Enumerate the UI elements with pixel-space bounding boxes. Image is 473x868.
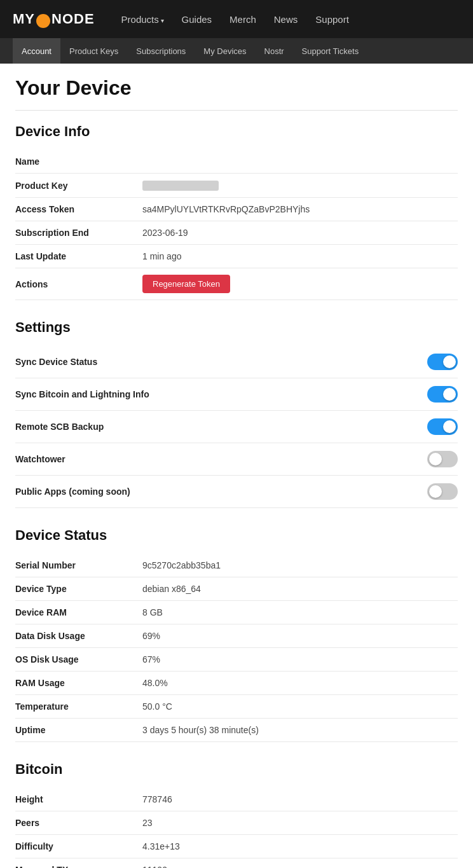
- subnav-nostr[interactable]: Nostr: [256, 38, 293, 64]
- setting-label-watchtower: Watchtower: [15, 443, 376, 476]
- table-row: Remote SCB Backup: [15, 411, 458, 443]
- page-title: Your Device: [15, 76, 458, 100]
- setting-toggle-sync-device: [376, 346, 458, 378]
- table-row: Last Update 1 min ago: [15, 245, 458, 268]
- field-value-serial: 9c5270c2abb35ba1: [142, 554, 458, 577]
- table-row: OS Disk Usage 67%: [15, 648, 458, 672]
- table-row: Peers 23: [15, 811, 458, 835]
- toggle-sync-device-status[interactable]: [427, 354, 458, 370]
- field-label: OS Disk Usage: [15, 648, 142, 672]
- setting-label-sync-bitcoin: Sync Bitcoin and Lightning Info: [15, 378, 376, 411]
- table-row: Public Apps (coming soon): [15, 476, 458, 508]
- setting-toggle-watchtower: [376, 443, 458, 476]
- field-value-last-update: 1 min ago: [142, 245, 458, 268]
- logo[interactable]: MY₿NODE: [13, 11, 95, 28]
- field-value-os-disk: 67%: [142, 648, 458, 672]
- device-info-table: Name Product Key Access Token sa4MPylUYL…: [15, 150, 458, 300]
- device-status-table: Serial Number 9c5270c2abb35ba1 Device Ty…: [15, 554, 458, 742]
- table-row: Temperature 50.0 °C: [15, 695, 458, 719]
- toggle-public-apps[interactable]: [427, 483, 458, 500]
- nav-guides[interactable]: Guides: [174, 9, 220, 30]
- field-value-name: [142, 150, 458, 174]
- table-row: Watchtower: [15, 443, 458, 476]
- field-value-temperature: 50.0 °C: [142, 695, 458, 719]
- table-row: Difficulty 4.31e+13: [15, 835, 458, 858]
- field-label: Last Update: [15, 245, 142, 268]
- product-key-redacted: [142, 181, 219, 191]
- table-row: Device RAM 8 GB: [15, 601, 458, 624]
- field-label: Product Key: [15, 174, 142, 198]
- field-value-actions: Regenerate Token: [142, 268, 458, 300]
- sub-navigation: Account Product Keys Subscriptions My De…: [0, 38, 473, 64]
- table-row: Subscription End 2023-06-19: [15, 221, 458, 245]
- field-label: Difficulty: [15, 835, 142, 858]
- bitcoin-icon: ₿: [36, 14, 50, 28]
- toggle-sync-bitcoin[interactable]: [427, 386, 458, 403]
- field-value-ram-usage: 48.0%: [142, 672, 458, 695]
- field-value-mempool-tx: 11100: [142, 858, 458, 868]
- top-navigation: MY₿NODE Products Guides Merch News Suppo…: [0, 0, 473, 38]
- table-row: Data Disk Usage 69%: [15, 624, 458, 648]
- setting-toggle-public-apps: [376, 476, 458, 508]
- field-value-data-disk: 69%: [142, 624, 458, 648]
- subnav-subscriptions[interactable]: Subscriptions: [127, 38, 195, 64]
- nav-support[interactable]: Support: [308, 9, 357, 30]
- nav-products[interactable]: Products: [114, 9, 172, 30]
- device-info-title: Device Info: [15, 123, 458, 140]
- field-label: Mempool TX: [15, 858, 142, 868]
- table-row: Product Key: [15, 174, 458, 198]
- bitcoin-table: Height 778746 Peers 23 Difficulty 4.31e+…: [15, 788, 458, 868]
- nav-news[interactable]: News: [266, 9, 306, 30]
- subnav-my-devices[interactable]: My Devices: [195, 38, 255, 64]
- field-label: Height: [15, 788, 142, 811]
- setting-toggle-sync-bitcoin: [376, 378, 458, 411]
- table-row: Sync Bitcoin and Lightning Info: [15, 378, 458, 411]
- field-label: Device Type: [15, 577, 142, 601]
- field-label: Uptime: [15, 719, 142, 742]
- regenerate-token-button[interactable]: Regenerate Token: [142, 275, 230, 293]
- field-value-device-ram: 8 GB: [142, 601, 458, 624]
- field-label: Device RAM: [15, 601, 142, 624]
- setting-label-sync-device: Sync Device Status: [15, 346, 376, 378]
- bitcoin-title: Bitcoin: [15, 761, 458, 778]
- field-value-subscription-end: 2023-06-19: [142, 221, 458, 245]
- field-value-height: 778746: [142, 788, 458, 811]
- field-label: Data Disk Usage: [15, 624, 142, 648]
- field-value-product-key: [142, 174, 458, 198]
- toggle-watchtower[interactable]: [427, 451, 458, 467]
- field-value-access-token: sa4MPylUYLVtRTKRvRpQZaBvP2BHYjhs: [142, 198, 458, 221]
- field-label: Access Token: [15, 198, 142, 221]
- table-row: Access Token sa4MPylUYLVtRTKRvRpQZaBvP2B…: [15, 198, 458, 221]
- table-row: Sync Device Status: [15, 346, 458, 378]
- field-label: Temperature: [15, 695, 142, 719]
- setting-label-remote-scb: Remote SCB Backup: [15, 411, 376, 443]
- field-value-peers: 23: [142, 811, 458, 835]
- table-row: Actions Regenerate Token: [15, 268, 458, 300]
- subnav-product-keys[interactable]: Product Keys: [60, 38, 127, 64]
- field-label: Subscription End: [15, 221, 142, 245]
- field-label: Name: [15, 150, 142, 174]
- subnav-account[interactable]: Account: [13, 38, 60, 64]
- table-row: Uptime 3 days 5 hour(s) 38 minute(s): [15, 719, 458, 742]
- table-row: RAM Usage 48.0%: [15, 672, 458, 695]
- table-row: Mempool TX 11100: [15, 858, 458, 868]
- top-nav-list: Products Guides Merch News Support: [114, 14, 357, 25]
- main-content: Your Device Device Info Name Product Key…: [0, 64, 473, 868]
- field-label: Serial Number: [15, 554, 142, 577]
- title-divider: [15, 110, 458, 111]
- table-row: Device Type debian x86_64: [15, 577, 458, 601]
- setting-label-public-apps: Public Apps (coming soon): [15, 476, 376, 508]
- field-label: Peers: [15, 811, 142, 835]
- setting-toggle-remote-scb: [376, 411, 458, 443]
- table-row: Serial Number 9c5270c2abb35ba1: [15, 554, 458, 577]
- field-label: RAM Usage: [15, 672, 142, 695]
- toggle-remote-scb[interactable]: [427, 418, 458, 435]
- subnav-support-tickets[interactable]: Support Tickets: [293, 38, 368, 64]
- field-value-difficulty: 4.31e+13: [142, 835, 458, 858]
- device-status-title: Device Status: [15, 527, 458, 544]
- settings-table: Sync Device Status Sync Bitcoin and Ligh…: [15, 346, 458, 508]
- field-value-uptime: 3 days 5 hour(s) 38 minute(s): [142, 719, 458, 742]
- nav-merch[interactable]: Merch: [222, 9, 264, 30]
- table-row: Name: [15, 150, 458, 174]
- table-row: Height 778746: [15, 788, 458, 811]
